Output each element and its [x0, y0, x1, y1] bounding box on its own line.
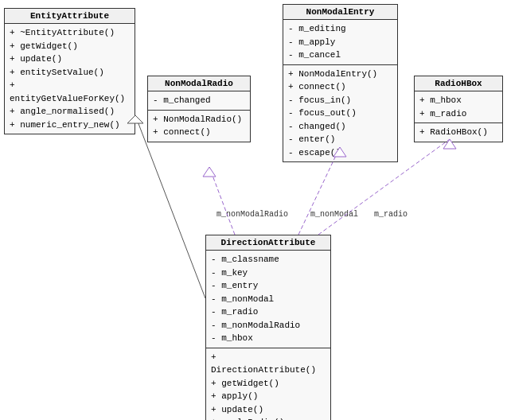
- radio-hbox-box: RadioHBox + m_hbox + m_radio + RadioHBox…: [414, 76, 503, 142]
- non-modal-entry-box: NonModalEntry - m_editing - m_apply - m_…: [283, 4, 398, 162]
- nme-attr-1: - m_editing: [288, 22, 392, 36]
- ea-method-6: + angle_normalised(): [10, 105, 130, 119]
- nme-method-6: - enter(): [288, 133, 392, 146]
- entity-attribute-box: EntityAttribute + ~EntityAttribute() + g…: [4, 8, 135, 134]
- label-non-modal-radio: m_nonModalRadio: [216, 210, 288, 219]
- da-attr-5: - m_radio: [211, 305, 326, 319]
- nme-section2: + NonModalEntry() + connect() - focus_in…: [283, 65, 397, 162]
- direction-attribute-box: DirectionAttribute - m_classname - m_key…: [205, 235, 331, 420]
- nme-method-4: - focus_out(): [288, 107, 392, 120]
- svg-line-2: [209, 167, 235, 235]
- entity-attribute-title: EntityAttribute: [5, 9, 135, 24]
- ea-method-3: + update(): [10, 52, 130, 66]
- label-non-modal: m_nonModal: [310, 210, 358, 219]
- non-modal-radio-title: NonModalRadio: [148, 76, 250, 91]
- ea-method-4: + entitySetValue(): [10, 66, 130, 80]
- da-attr-6: - m_nonModalRadio: [211, 319, 326, 332]
- radio-hbox-title: RadioHBox: [415, 76, 502, 91]
- da-method-4: + update(): [211, 403, 326, 417]
- nme-method-7: - escape(): [288, 146, 392, 160]
- ea-method-5: + entityGetValueForKey(): [10, 79, 130, 105]
- nme-method-5: - changed(): [288, 120, 392, 134]
- rhb-attr-1: + m_hbox: [419, 94, 497, 107]
- da-method-2: + getWidget(): [211, 377, 326, 391]
- da-section2: + DirectionAttribute() + getWidget() + a…: [206, 348, 330, 421]
- nme-section1: - m_editing - m_apply - m_cancel: [283, 20, 397, 65]
- rhb-section2: + RadioHBox(): [415, 123, 502, 142]
- ea-method-7: + numeric_entry_new(): [10, 119, 130, 132]
- nmr-section1: - m_changed: [148, 91, 250, 111]
- nme-method-2: + connect(): [288, 80, 392, 94]
- da-method-3: + apply(): [211, 390, 326, 403]
- da-attr-7: - m_hbox: [211, 332, 326, 345]
- nmr-attr-1: - m_changed: [153, 94, 245, 107]
- direction-attribute-title: DirectionAttribute: [206, 235, 330, 251]
- nmr-section2: + NonModalRadio() + connect(): [148, 111, 250, 142]
- da-method-5: + applyRadio(): [211, 416, 326, 420]
- rhb-section1: + m_hbox + m_radio: [415, 91, 502, 123]
- svg-marker-3: [203, 167, 216, 177]
- non-modal-entry-title: NonModalEntry: [283, 5, 397, 20]
- nme-method-1: + NonModalEntry(): [288, 68, 392, 81]
- da-attr-4: - m_nonModal: [211, 293, 326, 306]
- entity-attribute-section: + ~EntityAttribute() + getWidget() + upd…: [5, 24, 135, 134]
- nme-attr-2: - m_apply: [288, 36, 392, 49]
- da-attr-1: - m_classname: [211, 253, 326, 266]
- diagram-container: EntityAttribute + ~EntityAttribute() + g…: [0, 0, 507, 420]
- ea-method-2: + getWidget(): [10, 40, 130, 53]
- nmr-method-2: + connect(): [153, 126, 245, 139]
- ea-method-1: + ~EntityAttribute(): [10, 26, 130, 40]
- rhb-attr-2: + m_radio: [419, 107, 497, 121]
- nme-attr-3: - m_cancel: [288, 49, 392, 62]
- non-modal-radio-box: NonModalRadio - m_changed + NonModalRadi…: [147, 76, 251, 142]
- label-m-radio: m_radio: [374, 210, 408, 219]
- da-section1: - m_classname - m_key - m_entry - m_nonM…: [206, 251, 330, 348]
- svg-line-0: [135, 115, 205, 298]
- rhb-method-1: + RadioHBox(): [419, 126, 497, 139]
- nmr-method-1: + NonModalRadio(): [153, 113, 245, 126]
- da-attr-2: - m_key: [211, 266, 326, 280]
- nme-method-3: - focus_in(): [288, 94, 392, 107]
- da-attr-3: - m_entry: [211, 279, 326, 293]
- da-method-1: + DirectionAttribute(): [211, 351, 326, 377]
